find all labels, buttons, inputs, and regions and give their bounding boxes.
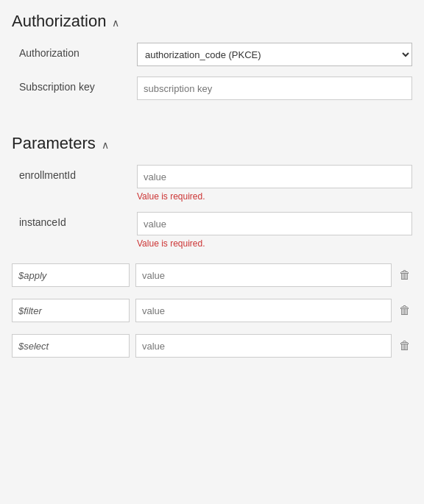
select-delete-icon[interactable]: 🗑 — [398, 339, 412, 352]
authorization-chevron[interactable]: ∧ — [112, 17, 119, 29]
filter-value-input[interactable] — [135, 299, 392, 322]
authorization-label: Authorization — [19, 43, 137, 59]
parameters-section: Parameters ∧ enrollmentId Value is requi… — [12, 134, 412, 358]
filter-param-row: 🗑 — [12, 299, 412, 322]
instance-id-label: instanceId — [19, 212, 137, 228]
apply-key-input[interactable] — [12, 263, 130, 287]
subscription-input[interactable] — [137, 77, 412, 100]
filter-key-input[interactable] — [12, 299, 130, 322]
authorization-row: Authorization authorization_code (PKCE) … — [12, 43, 412, 66]
parameters-chevron[interactable]: ∧ — [102, 139, 109, 151]
instance-id-control: Value is required. — [137, 212, 412, 249]
subscription-control — [137, 77, 412, 100]
instance-id-row: instanceId Value is required. — [12, 212, 412, 249]
apply-value-input[interactable] — [135, 263, 392, 287]
parameters-title: Parameters — [12, 134, 96, 153]
authorization-select[interactable]: authorization_code (PKCE) client_credent… — [137, 43, 412, 66]
enrollment-id-label: enrollmentId — [19, 165, 137, 181]
subscription-label: Subscription key — [19, 77, 137, 93]
select-key-input[interactable] — [12, 334, 130, 358]
apply-param-row: 🗑 — [12, 263, 412, 287]
optional-params: 🗑 🗑 🗑 — [12, 263, 412, 358]
subscription-row: Subscription key — [12, 77, 412, 100]
authorization-header: Authorization ∧ — [12, 12, 412, 31]
authorization-title: Authorization — [12, 12, 106, 31]
authorization-section: Authorization ∧ Authorization authorizat… — [12, 12, 412, 116]
select-param-row: 🗑 — [12, 334, 412, 358]
select-value-input[interactable] — [135, 334, 392, 358]
enrollment-id-error: Value is required. — [137, 191, 412, 202]
enrollment-id-row: enrollmentId Value is required. — [12, 165, 412, 202]
filter-delete-icon[interactable]: 🗑 — [398, 304, 412, 317]
instance-id-input[interactable] — [137, 212, 412, 235]
authorization-control: authorization_code (PKCE) client_credent… — [137, 43, 412, 66]
enrollment-id-control: Value is required. — [137, 165, 412, 202]
enrollment-id-input[interactable] — [137, 165, 412, 188]
apply-delete-icon[interactable]: 🗑 — [398, 269, 412, 282]
instance-id-error: Value is required. — [137, 238, 412, 249]
parameters-header: Parameters ∧ — [12, 134, 412, 153]
